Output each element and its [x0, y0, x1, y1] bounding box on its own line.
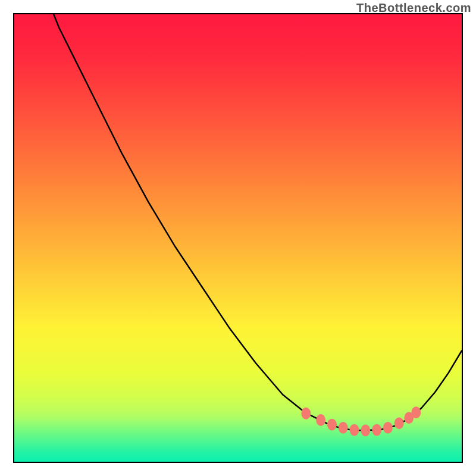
curve-marker [383, 422, 393, 434]
curve-marker [361, 424, 370, 436]
curve-marker [327, 419, 337, 431]
curve-marker [372, 424, 381, 436]
plot-area [13, 13, 463, 463]
curve-markers [301, 406, 421, 436]
curve-marker [316, 414, 325, 426]
bottleneck-curve [54, 14, 462, 430]
chart-overlay [14, 14, 462, 462]
curve-marker [339, 422, 348, 434]
watermark-text: TheBottleneck.com [356, 1, 471, 15]
curve-marker [350, 424, 359, 436]
curve-marker [411, 406, 421, 418]
curve-marker [394, 417, 404, 429]
curve-marker [301, 408, 311, 419]
